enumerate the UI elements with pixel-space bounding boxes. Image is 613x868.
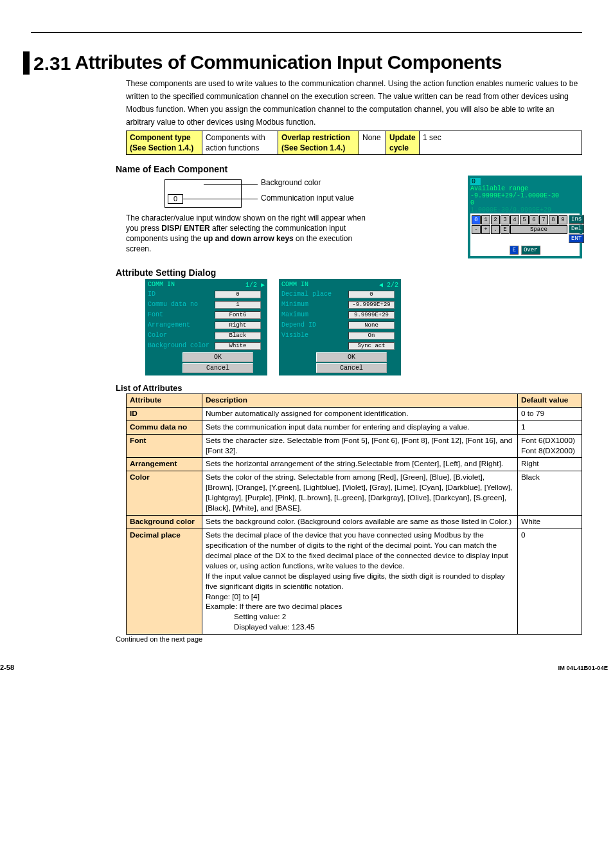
th-default: Default value bbox=[518, 393, 582, 407]
digit-key[interactable]: 6 bbox=[529, 215, 538, 224]
ct-value-overlap: None bbox=[359, 131, 386, 154]
attribute-dialog-1[interactable]: COMM IN1/2 ▶ ID0Commu data no1FontFont6A… bbox=[145, 279, 267, 375]
del-button[interactable]: Del bbox=[569, 224, 584, 233]
th-description: Description bbox=[202, 393, 518, 407]
leader-bg-color: Background color bbox=[261, 178, 321, 187]
keypad-symbols[interactable]: -+.E Space bbox=[472, 225, 567, 234]
cancel-button[interactable]: Cancel bbox=[182, 363, 253, 373]
attr-default: Right bbox=[518, 458, 582, 471]
input-popup[interactable]: 0 Available range -9.9999E+29/-1.0000E-3… bbox=[468, 176, 582, 258]
keypad-digits[interactable]: 0123456789 bbox=[472, 215, 567, 224]
attr-desc: Sets the background color. (Background c… bbox=[202, 516, 518, 529]
digit-key[interactable]: 1 bbox=[481, 215, 490, 224]
ct-value-update: 1 sec bbox=[420, 131, 582, 154]
space-button[interactable]: Space bbox=[510, 225, 567, 234]
comm-input-value[interactable]: 0 bbox=[168, 194, 183, 204]
section-attr-setting: Attribute Setting Dialog bbox=[116, 267, 582, 278]
attr-desc: Sets the communication input data number… bbox=[202, 420, 518, 434]
dialog-field[interactable]: 0 bbox=[348, 291, 395, 298]
dialog-field[interactable]: Right bbox=[215, 321, 261, 329]
e-button[interactable]: E bbox=[510, 246, 518, 255]
cancel-button[interactable]: Cancel bbox=[316, 363, 387, 373]
attr-desc: Sets the decimal place of the device tha… bbox=[202, 529, 518, 635]
attr-default: 0 bbox=[518, 529, 582, 635]
section-list-attr: List of Attributes bbox=[116, 383, 582, 393]
dialog-field[interactable]: Sync act bbox=[348, 342, 395, 350]
attr-name: Commu data no bbox=[127, 420, 202, 434]
attr-desc: Sets the character size. Selectable from… bbox=[202, 434, 518, 458]
over-button[interactable]: Over bbox=[521, 246, 540, 255]
digit-key[interactable]: 8 bbox=[549, 215, 558, 224]
attr-name: Font bbox=[127, 434, 202, 458]
leader-comm-input: Communication input value bbox=[261, 194, 354, 203]
ok-button[interactable]: OK bbox=[182, 352, 253, 362]
attr-default: Font 6(DX1000)Font 8(DX2000) bbox=[518, 434, 582, 458]
dialog-field[interactable]: On bbox=[348, 332, 395, 339]
continued-note: Continued on the next page bbox=[116, 635, 582, 643]
attr-default: 0 to 79 bbox=[518, 407, 582, 420]
th-attribute: Attribute bbox=[127, 393, 202, 407]
attr-name: Background color bbox=[127, 516, 202, 529]
digit-key[interactable]: 3 bbox=[501, 215, 510, 224]
dialog-field[interactable]: 1 bbox=[215, 301, 261, 309]
attr-desc: Number automatically assigned for compon… bbox=[202, 407, 518, 420]
attr-name: Arrangement bbox=[127, 458, 202, 471]
attr-default: 1 bbox=[518, 420, 582, 434]
attr-default: Black bbox=[518, 471, 582, 516]
dialog-field[interactable]: White bbox=[215, 342, 261, 350]
dialog-field[interactable]: -9.9999E+29 bbox=[348, 301, 395, 309]
digit-key[interactable]: 7 bbox=[539, 215, 548, 224]
dialog-field[interactable]: None bbox=[348, 321, 395, 329]
attr-name: Color bbox=[127, 471, 202, 516]
ent-button[interactable]: ENT bbox=[569, 234, 584, 243]
ct-header-overlap: Overlap restriction (See Section 1.4.) bbox=[278, 131, 359, 154]
attr-name: ID bbox=[127, 407, 202, 420]
component-illustration: 0 Background color Communication input v… bbox=[164, 176, 242, 208]
dialog-field[interactable]: 0 bbox=[215, 291, 261, 298]
ct-value-type: Components with action functions bbox=[202, 131, 278, 154]
intro-paragraph: These components are used to write value… bbox=[126, 77, 582, 129]
document-id: IM 04L41B01-04E bbox=[558, 664, 608, 671]
ok-button[interactable]: OK bbox=[316, 352, 387, 362]
attr-default: White bbox=[518, 516, 582, 529]
attribute-dialog-2[interactable]: COMM IN◀ 2/2 Decimal place0Minimum-9.999… bbox=[279, 279, 401, 375]
section-number: 2.31 bbox=[33, 51, 71, 75]
digit-key[interactable]: 9 bbox=[558, 215, 567, 224]
attr-desc: Sets the horizontal arrangement of the s… bbox=[202, 458, 518, 471]
dialog-field[interactable]: 9.9999E+29 bbox=[348, 311, 395, 319]
digit-key[interactable]: 0 bbox=[472, 215, 481, 224]
digit-key[interactable]: 2 bbox=[491, 215, 500, 224]
section-name-each: Name of Each Component bbox=[116, 164, 582, 174]
attr-name: Decimal place bbox=[127, 529, 202, 635]
attr-desc: Sets the color of the string. Selectable… bbox=[202, 471, 518, 516]
ct-header-type: Component type (See Section 1.4.) bbox=[127, 131, 202, 154]
blurb-text: The character/value input window shown o… bbox=[126, 213, 370, 255]
digit-key[interactable]: 5 bbox=[520, 215, 529, 224]
page-number: 2-58 bbox=[0, 664, 14, 671]
section-title: Attributes of Communication Input Compon… bbox=[75, 51, 502, 73]
ins-button[interactable]: Ins bbox=[569, 215, 584, 224]
dialog-field[interactable]: Font6 bbox=[215, 311, 261, 319]
ct-header-update: Update cycle bbox=[386, 131, 420, 154]
dialog-field[interactable]: Black bbox=[215, 332, 261, 339]
digit-key[interactable]: 4 bbox=[510, 215, 519, 224]
attributes-table: Attribute Description Default value IDNu… bbox=[126, 393, 582, 635]
section-heading: 2.31 Attributes of Communication Input C… bbox=[23, 51, 582, 75]
component-type-table: Component type (See Section 1.4.) Compon… bbox=[126, 131, 582, 155]
